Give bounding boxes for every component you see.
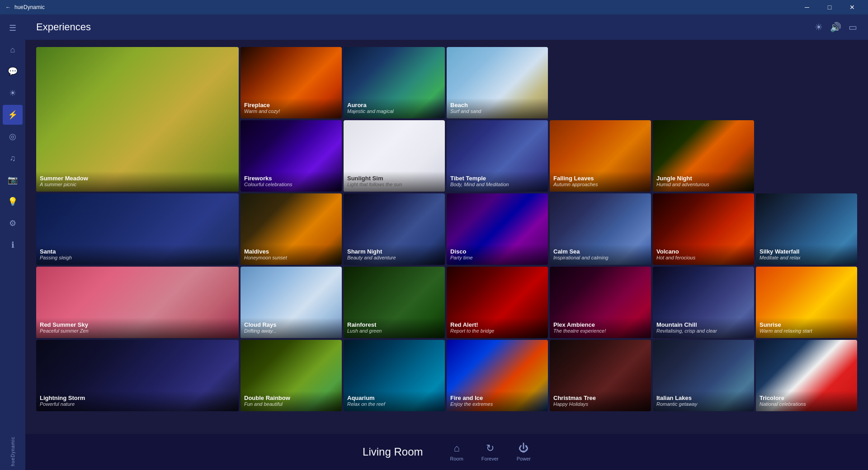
title-bar: ← hueDynamic ─ □ ✕ [0,0,868,14]
card-double-rainbow[interactable]: Double Rainbow Fun and beautiful [241,340,342,411]
card-santa[interactable]: Santa Passing sleigh [36,193,239,265]
sidebar-item-info[interactable]: ℹ [3,235,23,255]
screen-icon[interactable]: ▭ [849,22,857,33]
sidebar: ☰ ⌂ 💬 ☀ ⚡ ◎ ♫ 📷 💡 ⚙ ℹ hueDynamic [0,14,25,470]
room-label: Room [450,456,463,461]
sidebar-item-scenes[interactable]: 💬 [3,61,23,81]
card-fireplace[interactable]: Fireplace Warm and cozy! [241,47,342,118]
card-sharm-night[interactable]: Sharm Night Beauty and adventure [344,193,445,265]
title-bar-left: ← hueDynamic [5,4,45,10]
experiences-grid: Summer Meadow A summer picnic Fireplace … [36,47,857,411]
app-layout: ☰ ⌂ 💬 ☀ ⚡ ◎ ♫ 📷 💡 ⚙ ℹ hueDynamic Experie… [0,14,868,470]
sidebar-item-menu[interactable]: ☰ [3,18,23,38]
card-italian-lakes[interactable]: Italian Lakes Romantic getaway [653,340,754,411]
card-rainforest[interactable]: Rainforest Lush and green [344,267,445,338]
sidebar-item-effects[interactable]: ◎ [3,127,23,146]
minimize-button[interactable]: ─ [797,0,817,14]
forever-label: Forever [481,456,499,461]
header-icons: ☀ 🔊 ▭ [815,22,857,33]
forever-icon: ↻ [486,442,494,454]
card-tibet-temple[interactable]: Tibet Temple Body, Mind and Meditation [447,120,548,192]
card-mountain-chill[interactable]: Mountain Chill Revitalising, crisp and c… [653,267,754,338]
sidebar-item-bulb[interactable]: 💡 [3,192,23,212]
card-fire-ice[interactable]: Fire and Ice Enjoy the extremes [447,340,548,411]
app-name: hueDynamic [14,4,45,10]
card-disco[interactable]: Disco Party time [447,193,548,265]
card-title: Summer Meadow [40,175,235,182]
room-icon: ⌂ [454,442,460,454]
card-plex[interactable]: Plex Ambience The theatre experience! [550,267,651,338]
card-lightning[interactable]: Lightning Storm Powerful nature [36,340,239,411]
card-sunlight-sim[interactable]: Sunlight Sim Light that follows the sun [344,120,445,192]
volume-icon[interactable]: 🔊 [830,22,841,33]
card-fireworks[interactable]: Fireworks Colourful celebrations [241,120,342,192]
back-icon[interactable]: ← [5,4,11,10]
sidebar-bottom: hueDynamic [10,433,15,466]
card-summer-meadow[interactable]: Summer Meadow A summer picnic [36,47,239,192]
card-christmas[interactable]: Christmas Tree Happy Holidays [550,340,651,411]
title-bar-controls: ─ □ ✕ [797,0,863,14]
card-tricolore[interactable]: Tricolore National celebrations [756,340,857,411]
card-calm-sea[interactable]: Calm Sea Inspirational and calming [550,193,651,265]
main-content: Experiences ☀ 🔊 ▭ Summer Meadow A summer… [25,14,868,470]
card-silky-waterfall[interactable]: Silky Waterfall Meditate and relax [756,193,857,265]
restore-button[interactable]: □ [819,0,840,14]
bottom-bar: Living Room ⌂ Room ↻ Forever ⏻ Power [25,434,868,470]
sidebar-item-experiences[interactable]: ⚡ [3,105,23,125]
card-jungle-night[interactable]: Jungle Night Humid and adventurous [653,120,754,192]
card-maldives[interactable]: Maldives Honeymoon sunset [241,193,342,265]
power-label: Power [517,456,531,461]
card-aurora[interactable]: Aurora Majestic and magical [344,47,445,118]
card-sunrise[interactable]: Sunrise Warm and relaxing start [756,267,857,338]
sidebar-item-settings[interactable]: ⚙ [3,213,23,233]
forever-button[interactable]: ↻ Forever [481,442,499,461]
card-subtitle: A summer picnic [40,182,235,187]
card-red-summer[interactable]: Red Summer Sky Peaceful summer Zen [36,267,239,338]
page-title: Experiences [36,21,91,33]
card-volcano[interactable]: Volcano Hot and ferocious [653,193,754,265]
power-button[interactable]: ⏻ Power [517,442,531,461]
sidebar-item-camera[interactable]: 📷 [3,170,23,190]
room-button[interactable]: ⌂ Room [450,442,463,461]
card-red-alert[interactable]: Red Alert! Report to the bridge [447,267,548,338]
sidebar-item-home[interactable]: ⌂ [3,40,23,60]
sidebar-item-light[interactable]: ☀ [3,83,23,103]
card-cloud-rays[interactable]: Cloud Rays Drifting away... [241,267,342,338]
card-beach[interactable]: Beach Surf and sand [447,47,548,118]
header: Experiences ☀ 🔊 ▭ [25,14,868,40]
grid-area: Summer Meadow A summer picnic Fireplace … [25,40,868,434]
card-overlay: Summer Meadow A summer picnic [36,171,239,192]
card-aquarium[interactable]: Aquarium Relax on the reef [344,340,445,411]
sidebar-item-music[interactable]: ♫ [3,148,23,168]
brightness-icon[interactable]: ☀ [815,22,823,33]
power-icon: ⏻ [519,442,528,454]
card-falling-leaves[interactable]: Falling Leaves Autumn approaches [550,120,651,192]
close-button[interactable]: ✕ [842,0,863,14]
sidebar-brand: hueDynamic [10,433,15,466]
room-name: Living Room [363,446,423,458]
